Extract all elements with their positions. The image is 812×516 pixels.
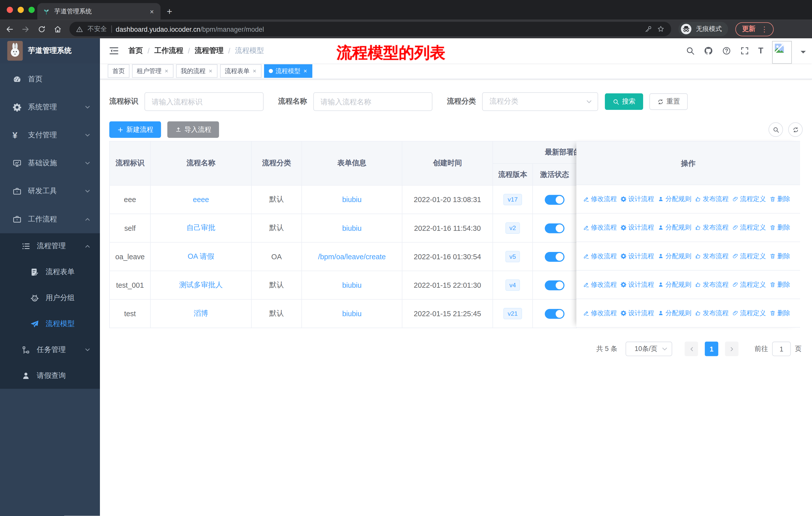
tag-tenant-management[interactable]: 租户管理 × [132,64,174,78]
refresh-table-button[interactable] [788,123,803,137]
delete-process-link[interactable]: 删除 [770,223,790,232]
edit-process-link[interactable]: 修改流程 [583,280,617,289]
process-category-select[interactable]: 流程分类 [482,92,598,111]
reload-button[interactable] [37,25,46,33]
model-name-link[interactable]: OA 请假 [187,252,214,260]
create-process-button[interactable]: 新建流程 [109,121,161,138]
user-avatar[interactable] [772,41,792,64]
version-tag[interactable]: v4 [505,279,520,291]
window-close-button[interactable] [7,7,13,13]
delete-process-link[interactable]: 删除 [770,280,790,289]
forward-button[interactable] [21,25,30,33]
publish-process-link[interactable]: 发布流程 [695,195,729,203]
browser-tab[interactable]: 芋道管理系统 × [37,3,161,20]
sidebar-item-system[interactable]: 系统管理 [0,93,100,121]
sidebar-item-process-model[interactable]: 流程模型 [0,311,100,337]
delete-process-link[interactable]: 删除 [770,252,790,261]
help-icon[interactable] [722,46,731,55]
sidebar-item-task-management[interactable]: 任务管理 [0,337,100,363]
sidebar-item-leave-query[interactable]: 请假查询 [0,363,100,389]
process-definition-link[interactable]: 流程定义 [732,195,766,203]
tag-close-icon[interactable]: × [164,67,169,75]
key-icon[interactable] [644,25,652,33]
next-page-button[interactable] [725,342,738,356]
address-bar[interactable]: 不安全 dashboard.yudao.iocoder.cn/bpm/manag… [69,22,671,36]
reset-button[interactable]: 重置 [649,93,688,110]
window-zoom-button[interactable] [28,7,35,13]
search-button[interactable]: 搜索 [605,93,643,110]
font-size-icon[interactable]: T [758,47,763,55]
assign-rule-link[interactable]: 分配规则 [658,280,691,289]
sidebar-item-process-form[interactable]: 流程表单 [0,259,100,285]
breadcrumb-workflow[interactable]: 工作流程 [154,46,183,55]
delete-process-link[interactable]: 删除 [770,195,790,203]
design-process-link[interactable]: 设计流程 [620,280,654,289]
sidebar-item-user-group[interactable]: 用户分组 [0,285,100,311]
avatar-caret-down-icon[interactable] [801,51,806,56]
model-name-link[interactable]: 测试多审批人 [179,280,223,289]
design-process-link[interactable]: 设计流程 [620,223,654,232]
edit-process-link[interactable]: 修改流程 [583,309,617,318]
sidebar-item-infra[interactable]: 基础设施 [0,150,100,178]
publish-process-link[interactable]: 发布流程 [695,223,729,232]
process-id-input[interactable] [144,92,264,111]
page-number-1[interactable]: 1 [705,342,718,356]
active-toggle[interactable] [545,223,564,233]
version-tag[interactable]: v21 [503,308,522,319]
assign-rule-link[interactable]: 分配规则 [658,252,691,261]
sidebar-item-home[interactable]: 首页 [0,65,100,93]
tag-home[interactable]: 首页 [108,64,129,78]
window-minimize-button[interactable] [18,7,24,13]
edit-process-link[interactable]: 修改流程 [583,223,617,232]
sidebar-item-process-management[interactable]: 流程管理 [0,233,100,259]
design-process-link[interactable]: 设计流程 [620,195,654,203]
form-info-link[interactable]: biubiu [342,224,362,232]
tag-my-process[interactable]: 我的流程 × [176,64,218,78]
model-name-link[interactable]: 滔博 [194,309,208,317]
fullscreen-icon[interactable] [740,46,749,55]
tag-close-icon[interactable]: × [252,67,257,75]
process-definition-link[interactable]: 流程定义 [732,252,766,261]
publish-process-link[interactable]: 发布流程 [695,252,729,261]
active-toggle[interactable] [545,195,564,205]
version-tag[interactable]: v2 [505,222,520,234]
process-definition-link[interactable]: 流程定义 [732,223,766,232]
edit-process-link[interactable]: 修改流程 [583,252,617,261]
sidebar-item-workflow[interactable]: 工作流程 [0,205,100,233]
process-name-input[interactable] [313,92,432,111]
version-tag[interactable]: v17 [503,194,522,205]
sidebar-collapse-icon[interactable] [109,46,119,56]
active-toggle[interactable] [545,309,564,319]
goto-page-input[interactable] [772,342,791,356]
page-size-select[interactable]: 10条/页 [626,342,672,356]
home-button[interactable] [53,25,62,33]
tag-close-icon[interactable]: × [208,67,213,75]
tag-process-model-active[interactable]: 流程模型 × [264,64,312,78]
sidebar-item-payment[interactable]: ¥ 支付管理 [0,121,100,149]
tag-process-form[interactable]: 流程表单 × [220,64,262,78]
new-tab-button[interactable]: + [167,3,172,20]
back-button[interactable] [5,25,14,33]
sidebar-item-devtools[interactable]: 研发工具 [0,178,100,205]
search-icon[interactable] [686,46,695,55]
delete-process-link[interactable]: 删除 [770,309,790,318]
toggle-search-button[interactable] [768,123,783,137]
assign-rule-link[interactable]: 分配规则 [658,195,691,203]
active-toggle[interactable] [545,280,564,290]
browser-update-button[interactable]: 更新 ⋮ [735,22,774,36]
active-toggle[interactable] [545,252,564,262]
assign-rule-link[interactable]: 分配规则 [658,309,691,318]
process-definition-link[interactable]: 流程定义 [732,309,766,318]
form-info-link[interactable]: biubiu [342,309,362,318]
tab-close-icon[interactable]: × [148,7,155,16]
browser-menu-icon[interactable]: ⋮ [761,25,768,33]
design-process-link[interactable]: 设计流程 [620,309,654,318]
github-icon[interactable] [704,46,713,55]
publish-process-link[interactable]: 发布流程 [695,309,729,318]
form-info-link[interactable]: /bpm/oa/leave/create [318,252,386,261]
breadcrumb-process-management[interactable]: 流程管理 [195,46,224,55]
prev-page-button[interactable] [685,342,698,356]
process-definition-link[interactable]: 流程定义 [732,280,766,289]
publish-process-link[interactable]: 发布流程 [695,280,729,289]
bookmark-star-icon[interactable] [657,25,665,33]
